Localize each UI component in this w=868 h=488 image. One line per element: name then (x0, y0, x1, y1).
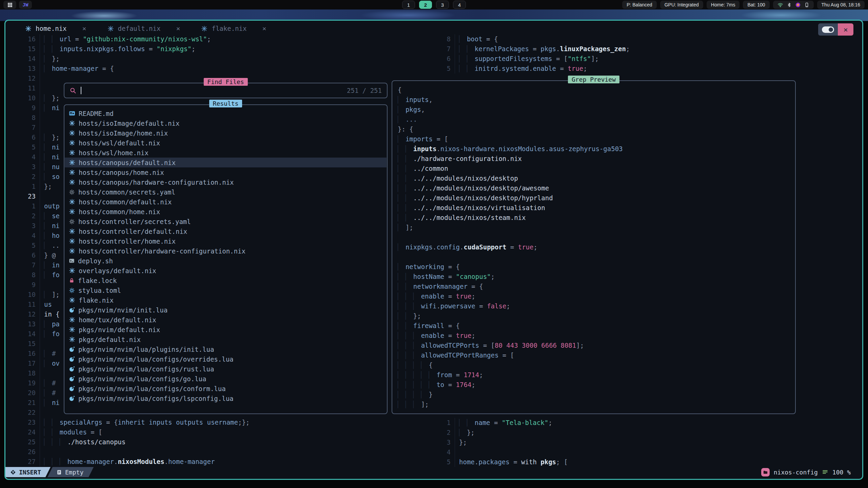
vim-icon (10, 469, 16, 475)
apps-launcher-button[interactable] (3, 1, 16, 9)
ping-module[interactable]: Home: 7ms (707, 1, 740, 9)
nix-icon (69, 199, 75, 205)
code-line: ▏ ▏ hostName = "canopus"; (398, 272, 793, 282)
editor-tab[interactable]: default.nix× (101, 23, 186, 34)
mode-indicator: INSERT (5, 467, 51, 477)
workspace-button[interactable]: 2 (419, 1, 432, 9)
code-line: ▏ networking = { (398, 262, 793, 272)
finder-result-item[interactable]: flake.nix (65, 295, 387, 305)
nix-icon (107, 25, 114, 32)
nix-icon (69, 326, 75, 333)
folder-icon (763, 470, 768, 475)
finder-result-item[interactable]: pkgs/default.nix (65, 334, 387, 344)
code-line: ▏ ▏ ▏ enable = true; (398, 291, 793, 301)
user-logo[interactable]: JW (19, 1, 32, 9)
finder-result-item[interactable]: stylua.toml (65, 285, 387, 295)
tab-close-icon[interactable]: × (82, 24, 86, 33)
tab-close-icon[interactable]: × (262, 24, 266, 33)
code-line: ▏ ]; (398, 223, 793, 232)
finder-result-item[interactable]: pkgs/nvim/nvim/init.lua (65, 305, 387, 315)
finder-result-item[interactable]: hosts/controller/secrets.yaml (65, 217, 387, 226)
finder-result-item[interactable]: hosts/canopus/default.nix (65, 158, 387, 167)
lua-icon (69, 346, 75, 352)
finder-result-item[interactable]: pkgs/nvim/nvim/lua/configs/overrides.lua (65, 354, 387, 364)
code-line: ▏ inputs, (398, 95, 793, 105)
grep-preview: Grep Preview {▏ inputs,▏ pkgs,▏ ...}: {▏… (392, 80, 796, 414)
finder-result-item[interactable]: hosts/wsl/home.nix (65, 148, 387, 158)
editor-tab[interactable]: flake.nix× (195, 23, 272, 34)
finder-result-item[interactable]: pkgs/nvim/nvim/lua/configs/conform.lua (65, 384, 387, 393)
finder-result-item[interactable]: README.md (65, 108, 387, 118)
finder-result-item[interactable]: pkgs/nvim/default.nix (65, 325, 387, 334)
finder-result-item[interactable]: pkgs/nvim/nvim/lua/plugins/init.lua (65, 344, 387, 354)
workspace-button[interactable]: 4 (453, 1, 466, 9)
finder-result-item[interactable]: hosts/common/home.nix (65, 207, 387, 217)
finder-result-item[interactable]: deploy.sh (65, 256, 387, 266)
gear-icon (69, 219, 75, 225)
finder-result-item[interactable]: pkgs/nvim/nvim/lua/configs/lspconfig.lua (65, 393, 387, 403)
code-line: ▏ ▏ ▏ ▏ ▏ to = 1764; (398, 380, 793, 390)
editor-pane-right-bottom[interactable]: 1▏ ▏ name = "Tela-black";2▏ };3};45home.… (435, 418, 568, 467)
phone-icon[interactable] (804, 2, 809, 7)
code-line: ▏ pkgs, (398, 105, 793, 115)
finder-result-item[interactable]: pkgs/nvim/nvim/lua/configs/go.lua (65, 374, 387, 384)
finder-result-item[interactable]: hosts/canopus/home.nix (65, 167, 387, 177)
bluetooth-icon[interactable] (787, 2, 792, 7)
code-line: 15▏ ▏ inputs.nixpkgs.follows = "nixpkgs"… (20, 44, 250, 54)
lock-icon (69, 278, 75, 283)
file-path: hosts/isoImage/default.nix (79, 120, 179, 127)
statusline-right: nixos-config 100 % (761, 468, 862, 476)
code-line: 7▏ ▏ kernelPackages = pkgs.linuxPackages… (435, 44, 630, 54)
grep-preview-content[interactable]: {▏ inputs,▏ pkgs,▏ ...}: {▏ imports = [▏… (398, 85, 793, 409)
nix-icon (69, 149, 75, 156)
finder-result-item[interactable]: pkgs/nvim/nvim/lua/configs/rust.lua (65, 364, 387, 374)
finder-result-item[interactable]: hosts/common/default.nix (65, 197, 387, 207)
editor-tab[interactable]: home.nix× (19, 23, 93, 34)
tab-close-icon[interactable]: × (176, 24, 180, 33)
workspace-button[interactable]: 1 (402, 1, 415, 9)
code-line: ▏ ▏ ./hardware-configuration.nix (398, 154, 793, 164)
code-line: 26 (20, 447, 250, 457)
window-close-button[interactable]: × (838, 23, 853, 36)
file-path: hosts/common/default.nix (79, 198, 172, 206)
workspace-button[interactable]: 3 (436, 1, 449, 9)
finder-result-item[interactable]: overlays/default.nix (65, 266, 387, 276)
finder-result-item[interactable]: home/tux/default.nix (65, 315, 387, 325)
finder-result-item[interactable]: hosts/isoImage/default.nix (65, 118, 387, 128)
code-line: 25▏ ▏ ▏ ./hosts/canopus (20, 437, 250, 447)
wifi-icon[interactable] (777, 2, 783, 8)
finder-result-item[interactable]: hosts/controller/home.nix (65, 236, 387, 246)
nix-icon (69, 169, 75, 176)
code-line: ▏ ▏ ../../modules/nixos/desktop/awesome (398, 183, 793, 193)
gpu-module[interactable]: GPU: Integrated (660, 1, 703, 9)
finder-result-item[interactable]: flake.lock (65, 276, 387, 285)
text-cursor (81, 87, 81, 94)
code-line: 8▏ boot = { (435, 34, 630, 44)
power-profile-module[interactable]: P: Balanced (622, 1, 657, 9)
finder-result-item[interactable]: hosts/controller/default.nix (65, 226, 387, 236)
scroll-percent: 100 % (832, 469, 851, 476)
finder-search-input[interactable]: Find Files 251 / 251 (64, 83, 388, 98)
finder-result-item[interactable]: hosts/controller/hardware-configuration.… (65, 246, 387, 256)
file-path: pkgs/nvim/nvim/lua/plugins/init.lua (78, 346, 214, 353)
code-line: ▏ ▏ ▏ ▏ } (398, 390, 793, 400)
file-path: hosts/common/home.nix (79, 208, 160, 216)
finder-result-item[interactable]: hosts/common/secrets.yaml (65, 187, 387, 197)
editor-pane-right-top[interactable]: 8▏ boot = {7▏ ▏ kernelPackages = pkgs.li… (435, 34, 630, 74)
file-path: hosts/controller/secrets.yaml (78, 218, 191, 225)
firefox-icon[interactable] (795, 2, 801, 8)
finder-result-item[interactable]: hosts/canopus/hardware-configuration.nix (65, 177, 387, 187)
finder-result-item[interactable]: hosts/isoImage/home.nix (65, 128, 387, 138)
code-line: 16▏ ▏ url = "github:nix-community/nixos-… (20, 34, 250, 44)
code-line: 13▏ home-manager = { (20, 64, 250, 74)
window-toggle[interactable] (818, 23, 838, 36)
file-path: home/tux/default.nix (79, 316, 156, 324)
tray (773, 1, 814, 9)
file-path: pkgs/nvim/nvim/lua/configs/lspconfig.lua (78, 395, 234, 402)
clock: Thu Aug 08, 18:16 (817, 1, 865, 9)
battery-module[interactable]: Bat: 100 (743, 1, 769, 9)
file-path: pkgs/nvim/nvim/lua/configs/rust.lua (78, 365, 214, 373)
code-line: 27▏ ▏ ▏ home-manager.nixosModules.home-m… (20, 457, 250, 467)
finder-result-item[interactable]: hosts/wsl/default.nix (65, 138, 387, 148)
code-line: 5home.packages = with pkgs; [ (435, 457, 568, 467)
